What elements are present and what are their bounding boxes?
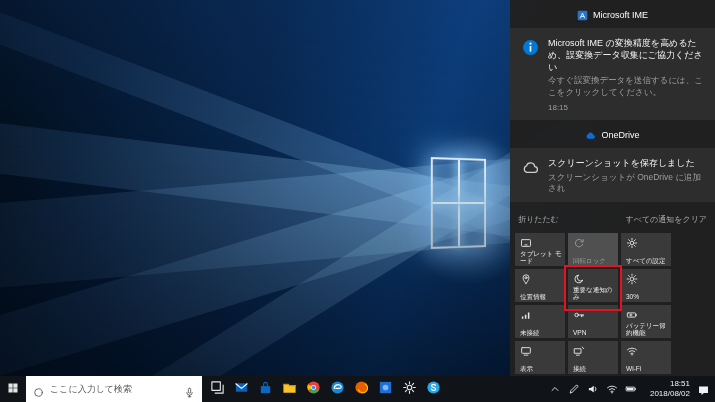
quick-action-tile[interactable]: 重要な通知のみ xyxy=(568,269,618,302)
onedrive-app-icon xyxy=(585,130,596,141)
quick-action-label: 表示 xyxy=(520,365,563,372)
firefox-icon xyxy=(354,380,369,399)
taskbar-app-settings-gear[interactable] xyxy=(397,376,421,402)
mail-icon xyxy=(234,380,249,399)
cellular-icon xyxy=(520,309,532,321)
pen-icon[interactable] xyxy=(568,383,580,395)
battery-saver-icon xyxy=(626,309,638,321)
wifi-icon[interactable] xyxy=(606,383,618,395)
quick-action-tile[interactable]: すべての設定 xyxy=(621,233,671,266)
clock-date: 2018/08/02 xyxy=(644,389,690,399)
photos-icon xyxy=(378,380,393,399)
project-display-icon xyxy=(520,345,532,357)
tablet-icon xyxy=(520,237,532,249)
quick-action-tile[interactable]: 表示 xyxy=(515,341,565,374)
microphone-icon[interactable] xyxy=(184,384,195,395)
quick-action-tile[interactable]: 30% xyxy=(621,269,671,302)
taskbar-app-chrome[interactable] xyxy=(301,376,325,402)
quick-action-tile[interactable]: タブレット モード xyxy=(515,233,565,266)
vpn-icon xyxy=(573,309,585,321)
notification-text: Microsoft IME の変換精度を高めるため、誤変換データ収集にご協力くだ… xyxy=(548,37,705,112)
quick-action-tile[interactable]: 接続 xyxy=(568,341,618,374)
taskbar-app-mail[interactable] xyxy=(229,376,253,402)
cortana-circle-icon xyxy=(33,384,44,395)
quick-action-label: バッテリー節約機能 xyxy=(626,322,669,337)
quick-action-tile[interactable]: 回転ロック xyxy=(568,233,618,266)
quick-action-tile[interactable]: 未接続 xyxy=(515,305,565,338)
notification-group-header-onedrive: OneDrive xyxy=(510,127,715,143)
search-input[interactable] xyxy=(50,384,178,394)
quick-action-label: Wi-Fi xyxy=(626,365,669,372)
quick-action-label: 回転ロック xyxy=(573,257,616,264)
quick-action-label: 30% xyxy=(626,293,669,300)
file-explorer-icon xyxy=(282,380,297,399)
windows-desktop-screen: Microsoft IME Microsoft IME の変換精度を高めるため、… xyxy=(0,0,715,402)
notification-onedrive[interactable]: スクリーンショットを保存しました スクリーンショットが OneDrive に追加… xyxy=(510,148,715,202)
taskbar-search-box[interactable] xyxy=(26,376,202,402)
brightness-sun-icon xyxy=(626,273,638,285)
edge-icon xyxy=(330,380,345,399)
quick-action-tile[interactable]: 位置情報 xyxy=(515,269,565,302)
taskbar-app-firefox[interactable] xyxy=(349,376,373,402)
wifi-icon xyxy=(626,345,638,357)
quick-actions-header: 折りたたむ すべての通知をクリア xyxy=(510,202,715,230)
quick-action-label: 未接続 xyxy=(520,329,563,336)
ime-app-icon xyxy=(577,10,588,21)
chrome-icon xyxy=(306,380,321,399)
windows-logo-icon xyxy=(7,380,19,398)
quick-action-label: タブレット モード xyxy=(520,250,563,265)
quick-action-tile[interactable]: Wi-Fi xyxy=(621,341,671,374)
quick-action-tile[interactable]: バッテリー節約機能 xyxy=(621,305,671,338)
action-center-panel: Microsoft IME Microsoft IME の変換精度を高めるため、… xyxy=(510,0,715,376)
notification-body: スクリーンショットが OneDrive に追加され xyxy=(548,172,705,195)
location-icon xyxy=(520,273,532,285)
clock-time: 18:51 xyxy=(644,379,690,389)
start-button[interactable] xyxy=(0,376,26,402)
action-center-icon[interactable] xyxy=(697,383,710,396)
notification-title: スクリーンショットを保存しました xyxy=(548,157,705,169)
notification-ime[interactable]: Microsoft IME の変換精度を高めるため、誤変換データ収集にご協力くだ… xyxy=(510,28,715,120)
quiet-hours-moon-icon xyxy=(573,273,585,285)
quick-action-label: すべての設定 xyxy=(626,257,669,264)
rotation-lock-icon xyxy=(573,237,585,249)
store-icon xyxy=(258,380,273,399)
taskbar-app-task-view[interactable] xyxy=(205,376,229,402)
clear-all-notifications-link[interactable]: すべての通知をクリア xyxy=(626,214,708,225)
settings-gear-icon xyxy=(402,380,417,399)
task-view-icon xyxy=(210,380,225,399)
settings-gear-icon xyxy=(626,237,638,249)
battery-icon[interactable] xyxy=(625,383,637,395)
tray-icons xyxy=(549,383,637,395)
notification-text: スクリーンショットを保存しました スクリーンショットが OneDrive に追加… xyxy=(548,157,705,194)
cloud-icon xyxy=(522,157,540,194)
quick-action-tile[interactable]: VPN xyxy=(568,305,618,338)
taskbar: 18:51 2018/08/02 xyxy=(0,376,715,402)
notification-time: 18:15 xyxy=(548,103,705,112)
quick-action-label: VPN xyxy=(573,329,616,336)
taskbar-app-file-explorer[interactable] xyxy=(277,376,301,402)
notification-app-name: OneDrive xyxy=(601,130,639,140)
skype-icon xyxy=(426,380,441,399)
taskbar-clock[interactable]: 18:51 2018/08/02 xyxy=(644,379,690,400)
info-circle-icon xyxy=(522,37,540,112)
quick-action-label: 位置情報 xyxy=(520,293,563,300)
notification-title: Microsoft IME の変換精度を高めるため、誤変換データ収集にご協力くだ… xyxy=(548,37,705,73)
quick-action-label: 接続 xyxy=(573,365,616,372)
taskbar-app-edge[interactable] xyxy=(325,376,349,402)
quick-action-label: 重要な通知のみ xyxy=(573,286,616,301)
notification-body: 今すぐ誤変換データを送信するには、ここをクリックしてください。 xyxy=(548,75,705,98)
system-tray: 18:51 2018/08/02 xyxy=(549,379,715,400)
collapse-link[interactable]: 折りたたむ xyxy=(518,214,559,225)
speaker-icon[interactable] xyxy=(587,383,599,395)
connect-icon xyxy=(573,345,585,357)
taskbar-app-skype[interactable] xyxy=(421,376,445,402)
taskbar-app-photos[interactable] xyxy=(373,376,397,402)
taskbar-app-store[interactable] xyxy=(253,376,277,402)
notification-group-header-ime: Microsoft IME xyxy=(510,7,715,23)
notification-app-name: Microsoft IME xyxy=(593,10,648,20)
taskbar-app-icons xyxy=(205,376,445,402)
chevron-up-icon[interactable] xyxy=(549,383,561,395)
